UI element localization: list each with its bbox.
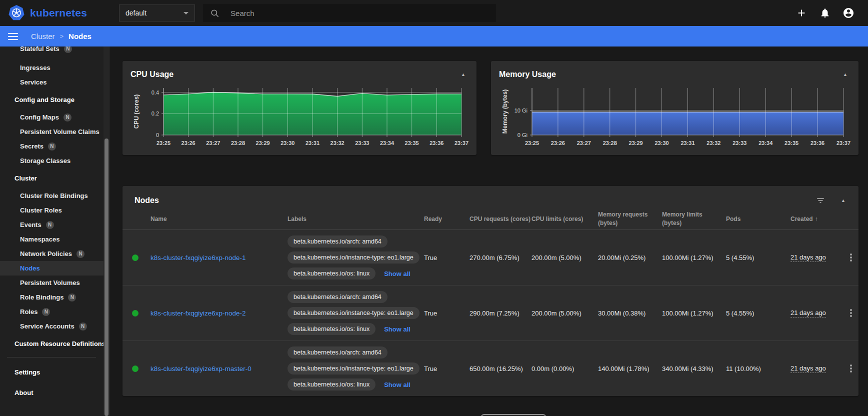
cell-cpu-requests: 270.00m (6.75%)	[470, 254, 532, 262]
svg-text:23:32: 23:32	[706, 140, 720, 146]
sidebar-item-label: Events	[20, 221, 42, 228]
collapse-chart-icon[interactable]: ▲	[840, 70, 850, 79]
sidebar-section-cluster: Cluster	[0, 171, 104, 186]
node-status-ok-icon	[132, 310, 138, 316]
breadcrumb-bar: Cluster > Nodes	[0, 26, 868, 46]
sidebar-item-role-bindings[interactable]: Role BindingsN	[0, 290, 104, 304]
search-input[interactable]	[230, 9, 489, 18]
sort-ascending-icon: ↑	[815, 216, 818, 222]
sidebar-item-service-accounts[interactable]: Service AccountsN	[0, 319, 104, 334]
sidebar-item-cluster-role-bindings[interactable]: Cluster Role Bindings	[0, 188, 104, 203]
sidebar-item-config-maps[interactable]: Config MapsN	[0, 110, 104, 124]
sidebar-item-persistent-volumes[interactable]: Persistent Volumes	[0, 276, 104, 290]
namespaced-badge: N	[76, 250, 84, 258]
svg-text:23:35: 23:35	[405, 140, 419, 146]
node-name-link[interactable]: k8s-cluster-fxqgiyize6xp-node-2	[150, 310, 246, 317]
svg-text:23:31: 23:31	[680, 140, 694, 146]
sidebar-item-ingresses[interactable]: Ingresses	[0, 60, 104, 75]
row-actions-menu-button[interactable]	[844, 307, 858, 319]
column-header-ready: Ready	[424, 216, 470, 222]
breadcrumb-separator: >	[60, 32, 64, 40]
charts-row: CPU Usage▲00.20.423:2523:2623:2723:2823:…	[122, 61, 858, 155]
cell-ready: True	[424, 365, 470, 372]
menu-toggle-button[interactable]	[8, 33, 18, 40]
bell-icon	[820, 8, 830, 18]
label-chip: beta.kubernetes.io/os: linux	[288, 323, 376, 335]
sidebar-item-cluster-roles[interactable]: Cluster Roles	[0, 203, 104, 218]
column-header-name: Name	[150, 216, 288, 222]
cell-cpu-requests: 290.00m (7.25%)	[470, 310, 532, 317]
cutoff-bottom-button[interactable]	[481, 414, 546, 416]
cell-cpu-requests: 650.00m (16.25%)	[470, 365, 532, 372]
sidebar-item-services[interactable]: Services	[0, 75, 104, 90]
sidebar-item-storage-classes[interactable]: Storage Classes	[0, 154, 104, 168]
cell-mem-limits: 100.00Mi (1.27%)	[662, 254, 726, 262]
namespace-value: default	[126, 9, 184, 17]
node-name-link[interactable]: k8s-cluster-fxqgiyize6xp-master-0	[150, 365, 252, 372]
sidebar-item-events[interactable]: EventsN	[0, 218, 104, 232]
notifications-button[interactable]	[818, 6, 832, 20]
svg-text:23:33: 23:33	[732, 140, 746, 146]
collapse-nodes-icon[interactable]: ▲	[838, 196, 848, 205]
page-title: Nodes	[68, 32, 92, 40]
sidebar-item-label: Stateful Sets	[20, 46, 60, 52]
sidebar-item-network-policies[interactable]: Network PoliciesN	[0, 246, 104, 261]
sidebar-item-label: Cluster Roles	[20, 206, 62, 214]
node-name-link[interactable]: k8s-cluster-fxqgiyize6xp-node-1	[150, 254, 246, 262]
memory-usage-card: Memory Usage▲0 Gi10 Gi23:2523:2623:2723:…	[491, 61, 858, 155]
sidebar-item-nodes[interactable]: Nodes	[0, 261, 104, 276]
svg-text:10 Gi: 10 Gi	[514, 108, 528, 114]
sidebar-item-custom-resource-definitions[interactable]: Custom Resource Definitions	[0, 336, 104, 351]
created-relative-time: 21 days ago	[790, 309, 826, 318]
sidebar-item-label: Persistent Volumes	[20, 279, 80, 286]
svg-text:23:26: 23:26	[551, 140, 565, 146]
breadcrumb-section[interactable]: Cluster	[31, 32, 55, 40]
sidebar-item-roles[interactable]: RolesN	[0, 304, 104, 319]
row-actions-menu-button[interactable]	[844, 362, 858, 374]
show-all-labels-link[interactable]: Show all	[384, 270, 410, 278]
row-actions-menu-button[interactable]	[844, 252, 858, 264]
namespaced-badge: N	[64, 46, 72, 53]
brand-name: kubernetes	[30, 7, 87, 19]
search-box[interactable]	[203, 4, 496, 22]
svg-text:23:33: 23:33	[355, 140, 369, 146]
show-all-labels-link[interactable]: Show all	[384, 326, 410, 333]
svg-text:23:25: 23:25	[525, 140, 539, 146]
cell-mem-requests: 30.00Mi (0.38%)	[598, 310, 662, 317]
cell-cpu-limits: 0.00m (0.00%)	[532, 365, 598, 372]
sidebar-item-persistent-volume-claims[interactable]: Persistent Volume ClaimsN	[0, 124, 104, 139]
cell-mem-limits: 100.00Mi (1.27%)	[662, 310, 726, 317]
column-header-created[interactable]: Created↑	[790, 216, 844, 222]
sidebar-item-secrets[interactable]: SecretsN	[0, 139, 104, 154]
chart-y-axis-title: CPU (cores)	[133, 94, 140, 129]
svg-text:0.2: 0.2	[152, 110, 159, 116]
svg-text:23:28: 23:28	[603, 140, 617, 146]
label-chip: beta.kubernetes.io/instance-type: eo1.la…	[288, 362, 420, 374]
namespace-selector[interactable]: default	[119, 4, 195, 22]
sidebar-item-namespaces[interactable]: Namespaces	[0, 232, 104, 246]
collapse-chart-icon[interactable]: ▲	[458, 70, 468, 79]
svg-text:23:34: 23:34	[758, 140, 773, 146]
create-resource-button[interactable]	[795, 6, 808, 20]
sidebar-item-stateful-sets[interactable]: Stateful SetsN	[0, 46, 104, 56]
svg-text:23:37: 23:37	[454, 140, 468, 146]
sidebar-item-label: Cluster	[14, 174, 37, 182]
table-row: k8s-cluster-fxqgiyize6xp-node-2beta.kube…	[122, 286, 858, 341]
show-all-labels-link[interactable]: Show all	[384, 381, 410, 388]
table-header-row: NameLabelsReadyCPU requests (cores)CPU l…	[122, 208, 858, 230]
account-circle-icon	[842, 7, 854, 19]
filter-icon[interactable]	[816, 196, 825, 205]
created-relative-time: 21 days ago	[790, 254, 826, 262]
label-chip: beta.kubernetes.io/arch: amd64	[288, 291, 388, 303]
column-header-cpu-limits-cores-: CPU limits (cores)	[532, 216, 598, 222]
sidebar-item-about[interactable]: About	[0, 384, 104, 402]
chart-svg: 0 Gi10 Gi23:2523:2623:2723:2823:2923:302…	[499, 81, 850, 151]
sidebar-item-settings[interactable]: Settings	[0, 364, 104, 381]
label-chip: beta.kubernetes.io/arch: amd64	[288, 346, 388, 358]
sidebar-item-label: Cluster Role Bindings	[20, 192, 88, 200]
column-header-memory-requests-bytes-: Memory requests (bytes)	[598, 210, 662, 226]
svg-text:23:36: 23:36	[810, 140, 824, 146]
namespaced-badge: N	[68, 294, 76, 302]
sidebar-scrollbar-thumb[interactable]	[104, 138, 108, 416]
user-account-button[interactable]	[842, 6, 855, 20]
